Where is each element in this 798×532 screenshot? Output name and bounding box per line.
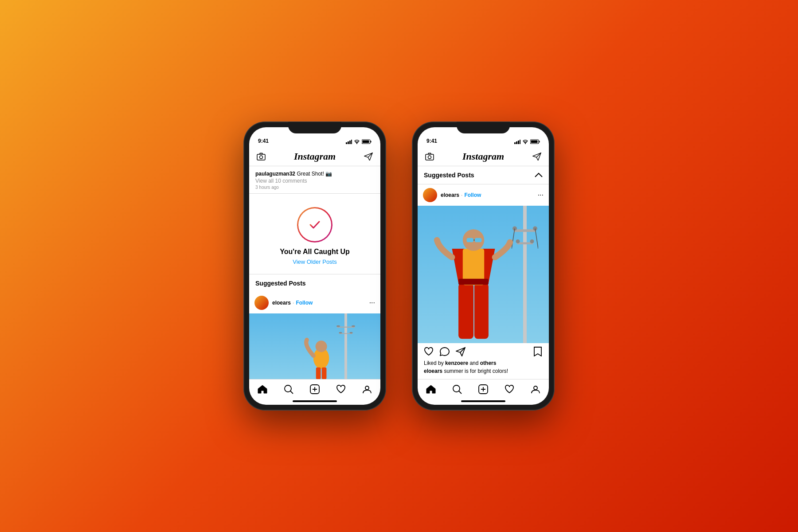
chevron-up-icon[interactable] xyxy=(535,172,543,178)
liked-by-text: Liked by kenzoere and others xyxy=(424,360,496,366)
send-icon-left[interactable] xyxy=(364,152,373,161)
svg-point-43 xyxy=(530,239,534,243)
view-older-posts[interactable]: View Older Posts xyxy=(293,258,336,265)
post-username-right[interactable]: eloears xyxy=(441,192,459,198)
svg-line-45 xyxy=(535,228,538,249)
svg-point-26 xyxy=(365,386,369,390)
follow-button-left[interactable]: Follow xyxy=(296,300,313,306)
svg-rect-0 xyxy=(346,142,347,144)
username-follow-left: eloears · Follow xyxy=(272,300,313,306)
svg-point-4 xyxy=(356,143,357,144)
liked-by-others-label: others xyxy=(480,360,497,366)
suggested-title-left: Suggested Posts xyxy=(255,280,306,287)
comment-icon-right[interactable] xyxy=(440,347,450,356)
sky-background-right xyxy=(418,206,549,343)
svg-rect-46 xyxy=(458,283,473,339)
notch xyxy=(288,122,341,133)
follow-button-right[interactable]: Follow xyxy=(464,192,481,198)
profile-nav-left[interactable] xyxy=(362,384,372,395)
comment-section: paulaguzman32 Great Shot! 📷 View all 10 … xyxy=(249,166,380,194)
svg-rect-53 xyxy=(458,279,489,285)
svg-rect-20 xyxy=(322,367,327,379)
bookmark-icon-right[interactable] xyxy=(533,347,543,356)
caption-row-right: eloears summer is for bright colors! xyxy=(418,368,549,378)
post-user-right: eloears · Follow xyxy=(423,188,481,202)
notch-right xyxy=(457,122,510,133)
battery-icon-right xyxy=(530,139,540,144)
search-nav-left[interactable] xyxy=(283,384,294,395)
camera-icon-left[interactable] xyxy=(256,152,266,161)
wifi-icon-right xyxy=(522,140,528,144)
post-user-row-left: eloears · Follow ··· xyxy=(249,292,380,313)
liked-by-user[interactable]: kenzoere xyxy=(445,360,468,366)
post-actions-right xyxy=(418,343,549,360)
dot-separator-right: · xyxy=(461,192,462,198)
post-username-left[interactable]: eloears xyxy=(272,300,291,306)
search-nav-right[interactable] xyxy=(452,384,462,395)
svg-point-9 xyxy=(260,156,263,159)
battery-icon-left xyxy=(362,139,372,144)
heart-nav-right[interactable] xyxy=(504,384,515,395)
post-image-left xyxy=(249,313,380,379)
svg-rect-1 xyxy=(348,141,349,144)
view-all-comments[interactable]: View all 10 comments xyxy=(255,178,374,184)
svg-rect-27 xyxy=(514,142,516,144)
svg-point-36 xyxy=(428,156,431,159)
comment-username[interactable]: paulaguzman32 xyxy=(255,171,295,177)
suggested-posts-header-right[interactable]: Suggested Posts xyxy=(418,166,549,184)
sky-background-left xyxy=(249,313,380,379)
comment-line: paulaguzman32 Great Shot! 📷 xyxy=(255,171,374,177)
suggested-posts-header-left: Suggested Posts xyxy=(249,274,380,292)
svg-rect-37 xyxy=(523,206,527,343)
caption-content: summer is for bright colors! xyxy=(444,368,508,374)
caught-up-circle xyxy=(297,207,332,243)
svg-rect-6 xyxy=(371,141,372,143)
caption-username-right[interactable]: eloears xyxy=(424,368,442,374)
svg-rect-33 xyxy=(539,141,540,143)
home-bar-right xyxy=(461,400,505,402)
ig-logo-right: Instagram xyxy=(462,151,504,162)
svg-rect-2 xyxy=(349,141,351,144)
more-button-right[interactable]: ··· xyxy=(538,191,544,199)
post-actions-left xyxy=(424,347,466,356)
share-icon-right[interactable] xyxy=(456,347,466,356)
svg-rect-51 xyxy=(475,238,482,243)
home-nav-left[interactable] xyxy=(257,384,268,395)
send-icon-right[interactable] xyxy=(532,152,542,161)
left-phone: 9:41 xyxy=(244,122,386,410)
comment-text: Great Shot! 📷 xyxy=(297,171,332,177)
svg-point-31 xyxy=(525,143,526,144)
checkmark-icon xyxy=(307,217,323,233)
camera-icon-right[interactable] xyxy=(425,152,434,161)
status-icons-right xyxy=(514,139,540,144)
svg-rect-29 xyxy=(518,141,519,144)
svg-rect-47 xyxy=(474,283,489,339)
profile-nav-right[interactable] xyxy=(530,384,541,395)
svg-rect-8 xyxy=(257,154,265,160)
add-nav-left[interactable] xyxy=(309,384,320,395)
add-nav-right[interactable] xyxy=(478,384,489,395)
caught-up-section: You're All Caught Up View Older Posts xyxy=(249,194,380,274)
svg-rect-35 xyxy=(426,154,434,160)
caught-up-title: You're All Caught Up xyxy=(280,248,350,256)
svg-rect-28 xyxy=(516,141,517,144)
svg-point-59 xyxy=(534,386,537,390)
svg-rect-30 xyxy=(520,140,520,144)
ig-logo-left: Instagram xyxy=(294,151,336,162)
post-user-left: eloears · Follow xyxy=(254,296,313,310)
more-button-left[interactable]: ··· xyxy=(369,299,375,307)
like-icon-right[interactable] xyxy=(424,347,434,356)
liked-by-others: and xyxy=(469,360,480,366)
post-image-right xyxy=(418,206,549,343)
suggested-title-right: Suggested Posts xyxy=(424,172,474,179)
home-nav-right[interactable] xyxy=(426,384,436,395)
svg-rect-19 xyxy=(316,367,321,379)
svg-rect-50 xyxy=(466,238,473,243)
home-bar-left xyxy=(293,400,337,402)
dot-separator-left: · xyxy=(293,300,294,306)
heart-nav-left[interactable] xyxy=(336,384,346,395)
avatar-left[interactable] xyxy=(254,296,269,310)
svg-point-18 xyxy=(316,340,327,352)
avatar-right[interactable] xyxy=(423,188,437,202)
svg-rect-34 xyxy=(531,141,538,143)
